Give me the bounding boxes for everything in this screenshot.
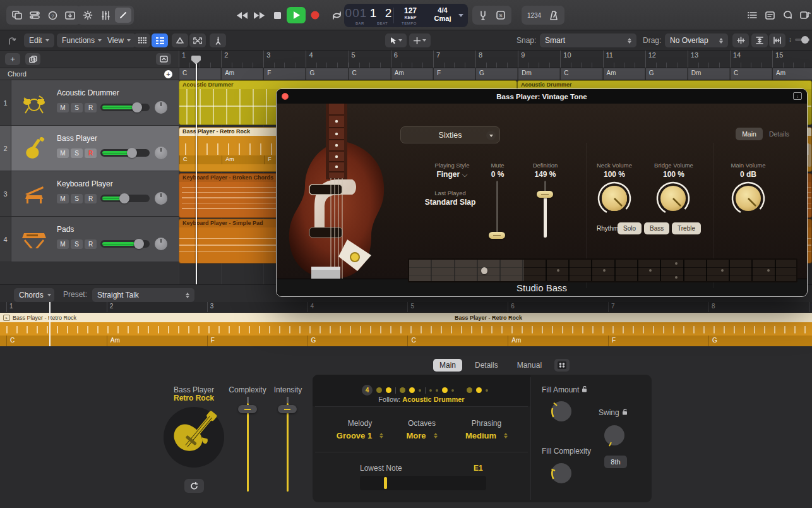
track-name[interactable]: Pads (57, 225, 179, 234)
mute-button[interactable]: M (57, 148, 69, 158)
ruler-bar[interactable]: 2 (221, 51, 263, 68)
global-chord-track[interactable]: Chord + (0, 68, 179, 80)
editor-tab-main[interactable]: Main (433, 359, 462, 372)
stop-icon[interactable] (269, 8, 285, 23)
track-header-pads[interactable]: 4PadsMSR (0, 217, 179, 262)
horizontal-zoom-icon[interactable] (769, 33, 785, 47)
split-tool-icon[interactable] (210, 33, 226, 47)
pan-knob[interactable] (155, 192, 167, 205)
swing-knob[interactable] (600, 421, 629, 450)
chord-cell[interactable]: C (179, 68, 220, 80)
list-editors-icon[interactable] (744, 8, 760, 23)
volume-thumb[interactable] (134, 239, 144, 249)
chord-cell[interactable]: G (306, 68, 347, 80)
rewind-icon[interactable] (234, 8, 250, 23)
chord-cell[interactable]: F (433, 68, 475, 80)
library-icon[interactable] (9, 8, 25, 23)
glue-tool-icon[interactable] (172, 33, 188, 47)
lcd-tempo[interactable]: 127 KEEP TEMPO (394, 4, 427, 27)
ruler-bar[interactable]: 8 (475, 51, 518, 68)
loops-icon[interactable] (27, 8, 43, 23)
tone-button-bass[interactable]: Bass (644, 222, 669, 234)
preset-select[interactable]: Straight Talk (92, 288, 194, 302)
vertical-zoom-icon[interactable] (751, 33, 768, 47)
cycle-icon[interactable] (328, 8, 345, 23)
mute-button[interactable]: M (57, 239, 69, 249)
editor-ruler-bar[interactable]: 4 (307, 302, 408, 312)
editor-playhead[interactable] (49, 302, 51, 346)
ruler-bar[interactable]: 6 (391, 51, 433, 68)
regenerate-button[interactable] (184, 479, 204, 493)
lock-icon[interactable] (622, 408, 628, 417)
solo-button[interactable]: S (71, 194, 83, 203)
volume-thumb[interactable] (132, 102, 142, 112)
mute-slider[interactable] (496, 181, 498, 238)
functions-menu[interactable]: Functions (57, 33, 107, 47)
melody-select[interactable]: Melody Groove 1 (328, 419, 391, 441)
chord-cell[interactable]: Dm (688, 68, 729, 80)
chord-cell[interactable]: C (560, 68, 602, 80)
editor-ruler-bar[interactable]: 8 (708, 302, 809, 312)
definition-slider[interactable] (544, 181, 546, 238)
ruler-bar[interactable]: 3 (263, 51, 306, 68)
chord-cell[interactable]: F (263, 68, 305, 80)
main-ruler[interactable]: 123456789101112131415 (179, 51, 812, 68)
intensity-slider-handle[interactable] (278, 405, 297, 413)
ruler-bar[interactable]: 9 (518, 51, 560, 68)
lcd-key-sig[interactable]: 4/4 Cmaj (427, 4, 458, 27)
edit-menu[interactable]: Edit (24, 33, 54, 47)
vertical-zoom-thumb[interactable] (801, 36, 809, 44)
pan-knob[interactable] (155, 147, 167, 159)
solo-mode-icon[interactable]: S (493, 8, 509, 23)
record-button[interactable] (307, 8, 323, 23)
solo-button[interactable]: S (71, 239, 83, 249)
track-name[interactable]: Acoustic Drummer (57, 88, 179, 97)
phrasing-select[interactable]: Phrasing Medium (457, 419, 516, 441)
beat-count-badge[interactable]: 4 (362, 385, 373, 396)
ruler-bar[interactable]: 13 (688, 51, 730, 68)
intensity-slider[interactable] (287, 403, 289, 492)
editor-ruler-bar[interactable]: 9 (809, 302, 812, 312)
record-enable-button[interactable]: R (85, 148, 97, 158)
chord-add-icon[interactable]: + (164, 70, 172, 78)
editor-ruler[interactable]: 123456789 (0, 302, 812, 313)
vertical-zoom-slider[interactable] (795, 39, 810, 41)
editor-ruler-bar[interactable]: 3 (207, 302, 307, 312)
editor-region[interactable]: ▸ Bass Player - Retro Rock Bass Player -… (0, 313, 812, 336)
editor-tab-details[interactable]: Details (469, 359, 505, 372)
chord-cell[interactable]: Am (603, 68, 645, 80)
add-track-button[interactable]: + (5, 53, 20, 65)
help-icon[interactable]: ? (44, 8, 61, 23)
marquee-tool-icon[interactable] (189, 33, 206, 47)
volume-slider[interactable] (100, 104, 150, 111)
volume-thumb[interactable] (127, 148, 137, 158)
pan-knob[interactable] (155, 238, 167, 250)
fill-amount-knob[interactable] (547, 397, 576, 426)
definition-slider-handle[interactable] (537, 191, 553, 198)
inspector-icon[interactable] (62, 8, 78, 23)
editor-ruler-bar[interactable]: 7 (608, 302, 708, 312)
plugin-tab-details[interactable]: Details (763, 128, 796, 140)
editor-tab-manual[interactable]: Manual (511, 359, 548, 372)
chord-cell[interactable]: Am (221, 68, 263, 80)
editor-ruler-bar[interactable]: 5 (407, 302, 508, 312)
complexity-slider-handle[interactable] (238, 405, 257, 413)
record-enable-button[interactable]: R (85, 239, 97, 249)
fill-complexity-knob[interactable] (547, 459, 576, 488)
tuner-icon[interactable] (475, 8, 491, 23)
waveform-zoom-icon[interactable] (732, 33, 749, 47)
ruler-bar[interactable]: 10 (560, 51, 602, 68)
neck-volume-knob[interactable] (595, 179, 633, 217)
mixer-icon[interactable] (97, 8, 114, 23)
editor-ruler-bar[interactable]: 2 (107, 302, 207, 312)
follow-row[interactable]: Follow: Acoustic Drummer (313, 396, 530, 403)
track-name[interactable]: Keyboard Player (57, 179, 179, 188)
complexity-slider[interactable] (247, 403, 249, 492)
vertical-scrollbar-thumb[interactable] (808, 144, 811, 167)
volume-slider[interactable] (100, 195, 150, 202)
record-enable-button[interactable]: R (85, 194, 97, 203)
playhead[interactable] (196, 56, 197, 284)
track-header-bass-player[interactable]: 2Bass PlayerMSR (0, 126, 179, 171)
notes-pad-icon[interactable] (761, 8, 778, 23)
lcd-chevron-icon[interactable] (458, 14, 463, 17)
